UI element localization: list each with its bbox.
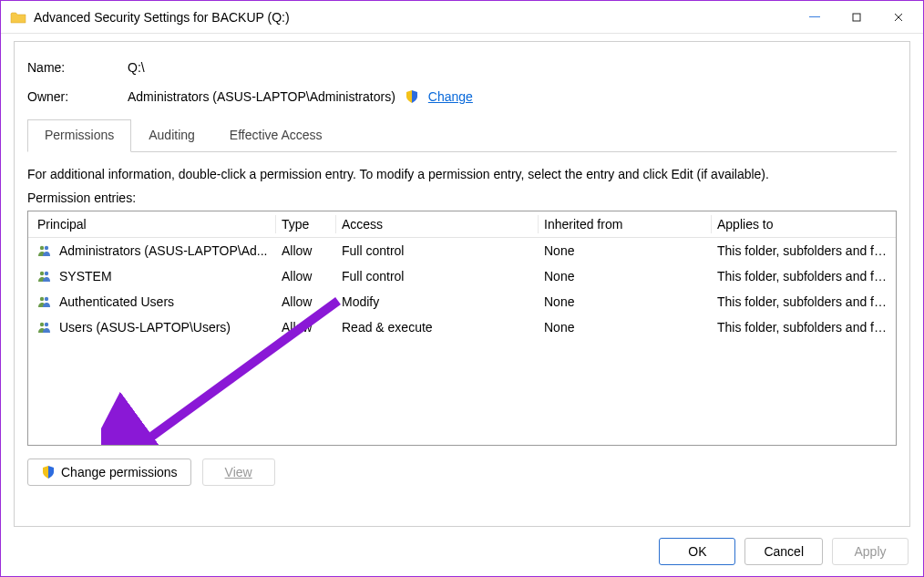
change-owner-link[interactable]: Change [428,89,473,104]
access-cell: Read & execute [336,318,539,336]
owner-row: Owner: Administrators (ASUS-LAPTOP\Admin… [27,89,897,104]
col-principal[interactable]: Principal [32,215,276,233]
col-access[interactable]: Access [336,215,539,233]
view-label: View [225,465,252,479]
owner-label: Owner: [27,89,128,104]
inherited-cell: None [539,318,712,336]
dialog-footer: OK Cancel Apply [659,538,909,565]
inherited-cell: None [539,267,712,285]
applies-cell: This folder, subfolders and files [712,242,892,260]
titlebar: Advanced Security Settings for BACKUP (Q… [1,1,923,34]
type-cell: Allow [276,318,336,336]
name-label: Name: [27,60,128,75]
svg-point-8 [45,323,48,326]
entry-button-row: Change permissions View [27,459,897,486]
tab-effective-access[interactable]: Effective Access [212,119,340,152]
svg-point-4 [45,272,48,275]
list-header: Principal Type Access Inherited from App… [28,211,896,238]
principal-text: Administrators (ASUS-LAPTOP\Ad... [59,243,267,258]
tabstrip: Permissions Auditing Effective Access [27,118,897,152]
change-permissions-label: Change permissions [61,465,178,479]
table-row[interactable]: Users (ASUS-LAPTOP\Users)AllowRead & exe… [28,314,896,340]
close-button[interactable] [878,3,919,32]
principal-text: SYSTEM [59,269,112,283]
entries-label: Permission entries: [27,191,897,205]
name-value: Q:\ [128,60,145,75]
maximize-button[interactable] [836,3,878,32]
access-cell: Full control [336,242,539,260]
svg-rect-0 [853,14,860,21]
cancel-button[interactable]: Cancel [744,538,823,565]
inherited-cell: None [539,293,712,311]
applies-cell: This folder, subfolders and files [712,267,892,285]
principal-text: Authenticated Users [59,294,174,309]
tab-auditing[interactable]: Auditing [131,119,212,152]
permission-entries-list[interactable]: Principal Type Access Inherited from App… [27,211,897,446]
owner-value: Administrators (ASUS-LAPTOP\Administrato… [128,89,395,104]
svg-point-7 [40,323,44,326]
window-buttons [794,3,919,32]
shield-icon [41,465,56,479]
svg-point-1 [40,246,44,250]
inherited-cell: None [539,242,712,260]
svg-point-2 [45,246,48,250]
applies-cell: This folder, subfolders and files [712,293,892,311]
table-row[interactable]: Authenticated UsersAllowModifyNoneThis f… [28,289,896,314]
svg-point-6 [45,297,48,301]
folder-icon [10,11,26,24]
table-row[interactable]: Administrators (ASUS-LAPTOP\Ad...AllowFu… [28,238,896,263]
name-row: Name: Q:\ [27,60,897,75]
ok-button[interactable]: OK [659,538,735,565]
type-cell: Allow [276,242,336,260]
col-type[interactable]: Type [276,215,336,233]
applies-cell: This folder, subfolders and files [712,318,892,336]
apply-button[interactable]: Apply [832,538,909,565]
svg-point-5 [40,297,44,301]
view-button[interactable]: View [202,459,275,486]
svg-point-3 [40,272,44,275]
dialog-body: Name: Q:\ Owner: Administrators (ASUS-LA… [14,41,910,527]
col-inherited[interactable]: Inherited from [539,215,712,233]
table-row[interactable]: SYSTEMAllowFull controlNoneThis folder, … [28,263,896,289]
access-cell: Full control [336,267,539,285]
minimize-button[interactable] [794,3,836,32]
change-permissions-button[interactable]: Change permissions [27,459,191,486]
principal-text: Users (ASUS-LAPTOP\Users) [59,320,231,335]
col-applies[interactable]: Applies to [712,215,892,233]
window-frame: Advanced Security Settings for BACKUP (Q… [0,0,924,577]
info-text: For additional information, double-click… [27,167,897,181]
shield-icon [405,89,419,104]
type-cell: Allow [276,267,336,285]
window-title: Advanced Security Settings for BACKUP (Q… [34,10,794,25]
type-cell: Allow [276,293,336,311]
access-cell: Modify [336,293,539,311]
tab-permissions[interactable]: Permissions [27,119,131,152]
